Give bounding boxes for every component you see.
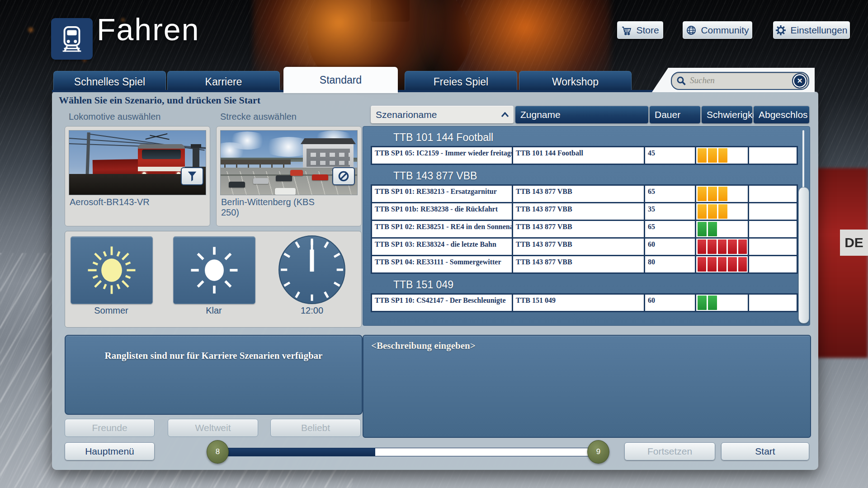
locomotive-caption: Aerosoft-BR143-VR	[70, 197, 176, 207]
difficulty-segment	[728, 239, 736, 254]
instruction-heading: Wählen Sie ein Szenario, und drücken Sie…	[59, 94, 260, 106]
scenario-list: TTB 101 144 Football TTB SP1 05: IC2159 …	[371, 129, 798, 315]
difficulty-bars	[696, 203, 749, 220]
difficulty-segment	[718, 187, 727, 201]
group-rows: TTB SP1 01: RE38213 - Ersatzgarnitur TTB…	[371, 184, 798, 274]
column-header-abgeschlossen[interactable]: Abgeschlos	[754, 106, 809, 123]
search-area: ✕	[652, 68, 815, 92]
route-picker-label: Strecke auswählen	[220, 112, 297, 122]
condition-tile[interactable]	[173, 236, 255, 304]
time-clock[interactable]	[277, 235, 347, 305]
column-header-zugname[interactable]: Zugname	[515, 106, 648, 123]
difficulty-bars	[696, 147, 749, 164]
column-header-dauer[interactable]: Dauer	[650, 106, 700, 123]
tab-schnelles-spiel[interactable]: Schnelles Spiel	[53, 71, 166, 92]
progress-bar[interactable]	[226, 448, 599, 456]
search-box: ✕	[671, 72, 809, 90]
weather-panel: Sommer Klar	[65, 231, 362, 328]
leaderboard-panel: Ranglisten sind nur für Karriere Szenari…	[65, 335, 363, 415]
background-sign: DE	[840, 230, 868, 256]
cell-scenario: TTB SP1 04: RE33111 - Sommergewitter	[372, 256, 513, 272]
cell-completed	[749, 186, 797, 202]
cell-scenario: TTB SP1 03: RE38324 - die letzte Bahn	[372, 239, 513, 255]
difficulty-segment	[718, 204, 727, 219]
description-panel[interactable]: <Beschreibung eingeben>	[363, 335, 811, 438]
difficulty-segment	[708, 257, 716, 272]
friends-button[interactable]: Freunde	[65, 419, 155, 437]
condition-label: Klar	[173, 305, 255, 316]
search-input[interactable]	[689, 74, 786, 87]
locomotive-card[interactable]: Aerosoft-BR143-VR	[65, 126, 210, 226]
cell-completed	[749, 203, 797, 220]
cell-completed	[749, 239, 797, 255]
sort-asc-icon	[501, 112, 509, 117]
cell-duration: 65	[645, 186, 696, 202]
difficulty-segment	[728, 257, 736, 272]
popular-button[interactable]: Beliebt	[270, 419, 361, 437]
route-card[interactable]: Berlin-Wittenberg (KBS 250)	[216, 126, 362, 226]
table-row[interactable]: TTB SP1 01b: RE38238 - die Rückfahrt TTB…	[372, 203, 797, 220]
difficulty-segment	[738, 257, 747, 272]
column-header-schwierigkeit[interactable]: Schwierigke	[702, 106, 752, 123]
locomotive-image	[69, 130, 206, 195]
difficulty-segment	[718, 239, 726, 254]
clock-icon	[277, 235, 347, 305]
table-row[interactable]: TTB SP1 10: CS42147 - Der Beschleunigte …	[372, 295, 797, 311]
progress-start-badge[interactable]: 8	[207, 440, 229, 464]
season-tile[interactable]	[71, 236, 153, 304]
cell-scenario: TTB SP1 01b: RE38238 - die Rückfahrt	[372, 203, 513, 220]
cell-train: TTB 151 049	[513, 295, 645, 311]
group-title: TTB 151 049	[371, 277, 798, 293]
community-button[interactable]: Community	[683, 21, 752, 39]
group-title: TTB 143 877 VBB	[371, 168, 798, 184]
search-clear-button[interactable]: ✕	[792, 73, 807, 89]
group-title: TTB 101 144 Football	[371, 129, 798, 146]
worldwide-button[interactable]: Weltweit	[168, 419, 258, 437]
cell-duration: 80	[645, 256, 696, 272]
cell-duration: 60	[645, 239, 696, 255]
cell-train: TTB 101 144 Football	[513, 147, 645, 164]
difficulty-segment	[698, 187, 707, 201]
cell-duration: 65	[645, 221, 696, 237]
scrollbar-track[interactable]	[798, 130, 808, 322]
tab-workshop[interactable]: Workshop	[519, 71, 632, 92]
difficulty-segment	[698, 257, 706, 272]
cell-scenario: TTB SP1 05: IC2159 - Immer wieder freita…	[372, 147, 513, 164]
main-menu-button[interactable]: Hauptmenü	[65, 442, 155, 460]
store-button[interactable]: Store	[617, 21, 663, 39]
cell-completed	[749, 295, 797, 311]
settings-button[interactable]: Einstellungen	[773, 21, 850, 39]
cell-scenario: TTB SP1 02: RE38251 - RE4 in den Sonnena…	[372, 221, 513, 237]
leaderboard-note: Ranglisten sind nur für Karriere Szenari…	[66, 350, 362, 361]
block-icon	[338, 170, 349, 182]
table-row[interactable]: TTB SP1 03: RE38324 - die letzte Bahn TT…	[372, 239, 797, 255]
scrollbar-thumb[interactable]	[798, 187, 809, 324]
difficulty-bars	[696, 295, 749, 311]
store-label: Store	[636, 25, 659, 36]
progress-fill	[226, 448, 375, 456]
difficulty-segment	[698, 296, 707, 310]
gear-icon	[775, 25, 786, 36]
resume-button[interactable]: Fortsetzen	[624, 442, 715, 460]
time-label: 12:00	[277, 305, 347, 316]
main-dialog: Wählen Sie ein Szenario, und drücken Sie…	[52, 92, 818, 470]
cell-train: TTB 143 877 VBB	[513, 239, 645, 255]
table-row[interactable]: TTB SP1 05: IC2159 - Immer wieder freita…	[372, 147, 797, 164]
table-row[interactable]: TTB SP1 02: RE38251 - RE4 in den Sonnena…	[372, 221, 797, 237]
tab-karriere[interactable]: Karriere	[167, 71, 280, 92]
progress-end-badge[interactable]: 9	[587, 440, 609, 464]
start-button[interactable]: Start	[721, 442, 809, 460]
route-clear-button[interactable]	[332, 167, 355, 185]
cell-scenario: TTB SP1 01: RE38213 - Ersatzgarnitur	[372, 186, 513, 202]
locomotive-filter-button[interactable]	[181, 167, 203, 185]
tab-freies-spiel[interactable]: Freies Spiel	[405, 71, 517, 92]
column-header-szenarioname[interactable]: Szenarioname	[371, 106, 514, 123]
table-row[interactable]: TTB SP1 04: RE33111 - Sommergewitter TTB…	[372, 256, 797, 272]
difficulty-segment	[698, 222, 707, 236]
scenario-table-panel: TTB 101 144 Football TTB SP1 05: IC2159 …	[363, 126, 810, 326]
table-row[interactable]: TTB SP1 01: RE38213 - Ersatzgarnitur TTB…	[372, 186, 797, 202]
difficulty-bars	[696, 239, 749, 255]
difficulty-segment	[718, 257, 726, 272]
difficulty-bars	[696, 186, 749, 202]
tab-standard[interactable]: Standard	[283, 67, 398, 93]
